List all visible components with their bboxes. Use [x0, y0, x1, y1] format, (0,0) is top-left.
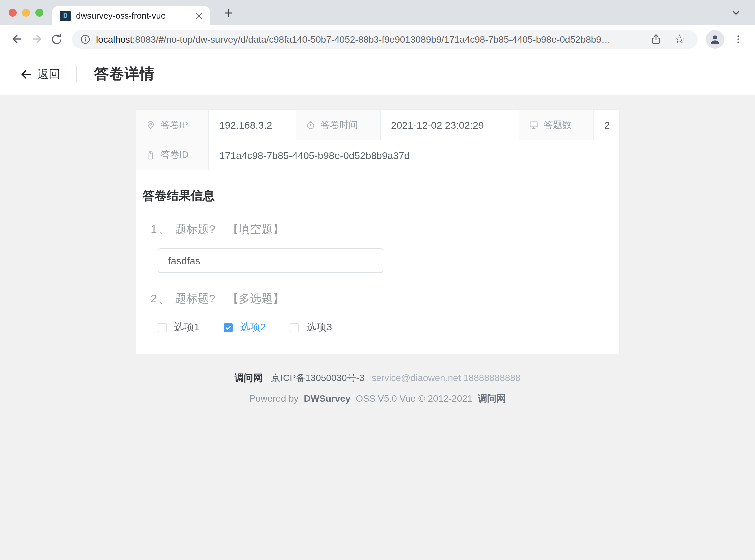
site-info-icon[interactable]	[80, 34, 90, 44]
result-section-title: 答卷结果信息	[143, 188, 613, 204]
time-value: 2021-12-02 23:02:29	[391, 119, 484, 131]
page-footer: 调问网 京ICP备13050030号-3 service@diaowen.net…	[0, 372, 755, 405]
count-value: 2	[604, 119, 610, 131]
url-host: localhost	[96, 34, 133, 44]
share-icon[interactable]	[646, 29, 666, 49]
option-label: 选项1	[174, 321, 200, 334]
time-label-cell: 答卷时间	[296, 110, 381, 140]
question-1-header: 1、 题标题? 【填空题】	[151, 222, 613, 237]
footer-dwsurvey-link[interactable]: DWSurvey	[304, 393, 350, 403]
question-title: 题标题?	[175, 291, 216, 306]
back-arrow-icon	[20, 67, 33, 80]
page-header: 返回 答卷详情	[0, 53, 755, 95]
back-button[interactable]: 返回	[20, 66, 60, 82]
ip-label: 答卷IP	[161, 119, 188, 131]
table-row: 答卷ID 171a4c98-7b85-4405-b98e-0d52b8b9a37…	[136, 140, 619, 170]
question-type-badge: 【多选题】	[227, 291, 284, 306]
tab-strip: D dwsurvey-oss-front-vue	[0, 0, 755, 25]
footer-powered-line: Powered by DWSurvey OSS V5.0 Vue © 2012-…	[0, 393, 755, 405]
answer-result-card: 答卷结果信息 1、 题标题? 【填空题】 2、 题标题? 【多选题】	[136, 171, 619, 354]
question-title: 题标题?	[175, 222, 216, 237]
footer-contact: service@diaowen.net 18888888888	[371, 372, 520, 383]
answer-info-table: 答卷IP 192.168.3.2 答卷时间 2021-12-02 23:02:2…	[136, 109, 619, 171]
content-area: 答卷IP 192.168.3.2 答卷时间 2021-12-02 23:02:2…	[0, 95, 755, 560]
checkbox-option-1[interactable]: 选项1	[158, 321, 200, 334]
monitor-icon	[528, 120, 538, 130]
time-value-cell: 2021-12-02 23:02:29	[381, 110, 519, 140]
url-text: localhost:8083/#/no-top/dw-survey/d/data…	[96, 34, 646, 44]
question-number: 2、	[151, 291, 171, 306]
checkbox-option-3[interactable]: 选项3	[290, 321, 332, 334]
back-icon[interactable]	[7, 29, 27, 49]
question-2-header: 2、 题标题? 【多选题】	[151, 291, 613, 306]
page: 返回 答卷详情 答卷IP 192.168.3.2	[0, 53, 755, 560]
browser-tab[interactable]: D dwsurvey-oss-front-vue	[52, 6, 210, 25]
new-tab-button[interactable]	[217, 0, 240, 25]
question-number: 1、	[151, 222, 171, 237]
option-label: 选项2	[240, 321, 266, 334]
checkbox-option-group: 选项1 选项2 选项3	[158, 321, 613, 334]
footer-version: OSS V5.0 Vue © 2012-2021	[355, 393, 472, 403]
minimize-window-button[interactable]	[22, 9, 30, 17]
back-button-label: 返回	[37, 66, 60, 82]
checkbox-unchecked-icon	[290, 323, 299, 332]
footer-brand: 调问网	[235, 372, 263, 383]
option-label: 选项3	[306, 321, 332, 334]
close-window-button[interactable]	[9, 9, 17, 17]
id-label-cell: 答卷ID	[136, 140, 209, 170]
tab-favicon: D	[60, 10, 70, 21]
tag-icon	[145, 150, 156, 160]
id-label: 答卷ID	[161, 149, 189, 161]
address-bar[interactable]: localhost:8083/#/no-top/dw-survey/d/data…	[72, 29, 698, 48]
window-controls	[0, 0, 52, 25]
question-type-badge: 【填空题】	[227, 222, 284, 237]
location-pin-icon	[145, 120, 156, 130]
count-label: 答题数	[544, 119, 572, 131]
ip-label-cell: 答卷IP	[136, 110, 209, 140]
checkbox-unchecked-icon	[158, 323, 167, 332]
browser-menu-kebab-icon[interactable]	[728, 29, 748, 49]
id-value-cell: 171a4c98-7b85-4405-b98e-0d52b8b9a37d	[209, 140, 619, 170]
reload-icon[interactable]	[47, 29, 66, 49]
maximize-window-button[interactable]	[35, 9, 43, 17]
stopwatch-icon	[305, 120, 315, 130]
ip-value-cell: 192.168.3.2	[209, 110, 296, 140]
count-label-cell: 答题数	[519, 110, 594, 140]
footer-legal-line: 调问网 京ICP备13050030号-3 service@diaowen.net…	[0, 372, 755, 384]
footer-icp: 京ICP备13050030号-3	[271, 372, 364, 383]
browser-toolbar: localhost:8083/#/no-top/dw-survey/d/data…	[0, 25, 755, 53]
profile-avatar[interactable]	[706, 29, 725, 48]
header-divider	[76, 66, 77, 82]
url-path: :8083/#/no-top/dw-survey/d/data/c98fa140…	[133, 34, 611, 44]
checkbox-option-2[interactable]: 选项2	[224, 321, 266, 334]
tab-title: dwsurvey-oss-front-vue	[76, 11, 195, 21]
page-title: 答卷详情	[94, 64, 155, 84]
forward-icon[interactable]	[27, 29, 47, 49]
time-label: 答卷时间	[321, 119, 358, 131]
footer-site-link[interactable]: 调问网	[478, 393, 506, 403]
tab-search-chevron-icon[interactable]	[726, 0, 746, 25]
fill-blank-answer-input[interactable]	[158, 248, 383, 273]
tab-close-icon[interactable]	[195, 11, 204, 20]
browser-window: D dwsurvey-oss-front-vue	[0, 0, 755, 560]
table-row: 答卷IP 192.168.3.2 答卷时间 2021-12-02 23:02:2…	[136, 110, 619, 140]
bookmark-star-icon[interactable]: ☆	[670, 29, 690, 49]
ip-value: 192.168.3.2	[219, 119, 272, 131]
count-value-cell: 2	[594, 110, 619, 140]
footer-powered-prefix: Powered by	[249, 393, 299, 403]
id-value: 171a4c98-7b85-4405-b98e-0d52b8b9a37d	[219, 149, 410, 161]
checkbox-checked-icon	[224, 323, 233, 332]
